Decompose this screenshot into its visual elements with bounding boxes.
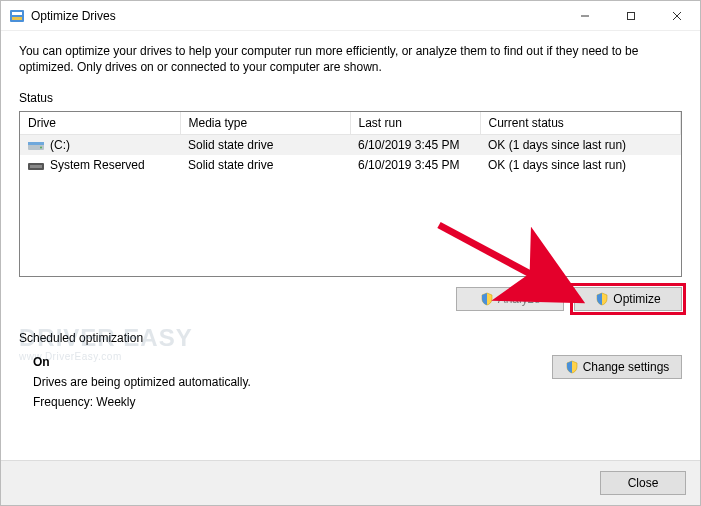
svg-rect-4	[628, 12, 635, 19]
drives-table: Drive Media type Last run Current status…	[19, 111, 682, 277]
svg-rect-0	[10, 10, 24, 22]
analyze-button[interactable]: Analyze	[456, 287, 564, 311]
shield-icon	[480, 292, 494, 306]
svg-rect-2	[12, 17, 22, 20]
optimize-button[interactable]: Optimize	[574, 287, 682, 311]
analyze-label: Analyze	[498, 292, 541, 306]
shield-icon	[565, 360, 579, 374]
drive-lastrun: 6/10/2019 3:45 PM	[350, 155, 480, 175]
close-button[interactable]: Close	[600, 471, 686, 495]
drive-media: Solid state drive	[180, 155, 350, 175]
minimize-button[interactable]	[562, 1, 608, 31]
drive-media: Solid state drive	[180, 135, 350, 156]
svg-rect-11	[30, 165, 42, 168]
description-text: You can optimize your drives to help you…	[19, 43, 682, 75]
partition-icon	[28, 159, 44, 171]
optimize-label: Optimize	[613, 292, 660, 306]
optimize-drives-window: Optimize Drives You can optimize your dr…	[0, 0, 701, 506]
scheduled-on: On	[33, 355, 540, 369]
svg-rect-1	[12, 12, 22, 15]
scheduled-desc: Drives are being optimized automatically…	[33, 375, 540, 389]
scheduled-optimization-section: Scheduled optimization On Drives are bei…	[19, 331, 682, 415]
table-header-row: Drive Media type Last run Current status	[20, 112, 681, 135]
change-settings-button[interactable]: Change settings	[552, 355, 682, 379]
table-row[interactable]: System Reserved Solid state drive 6/10/2…	[20, 155, 681, 175]
close-window-button[interactable]	[654, 1, 700, 31]
maximize-button[interactable]	[608, 1, 654, 31]
drive-name: System Reserved	[50, 158, 145, 172]
change-settings-label: Change settings	[583, 360, 670, 374]
col-status[interactable]: Current status	[480, 112, 681, 135]
table-row[interactable]: (C:) Solid state drive 6/10/2019 3:45 PM…	[20, 135, 681, 156]
col-lastrun[interactable]: Last run	[350, 112, 480, 135]
svg-point-9	[40, 147, 42, 149]
scheduled-label: Scheduled optimization	[19, 331, 682, 345]
drive-status: OK (1 days since last run)	[480, 155, 681, 175]
window-title: Optimize Drives	[31, 9, 116, 23]
drive-icon	[28, 139, 44, 151]
col-media[interactable]: Media type	[180, 112, 350, 135]
status-label: Status	[19, 91, 682, 105]
col-drive[interactable]: Drive	[20, 112, 180, 135]
svg-rect-8	[28, 142, 44, 145]
action-buttons: Analyze Optimize	[19, 287, 682, 311]
shield-icon	[595, 292, 609, 306]
content-area: You can optimize your drives to help you…	[1, 31, 700, 460]
app-icon	[9, 8, 25, 24]
drive-name: (C:)	[50, 138, 70, 152]
scheduled-freq: Frequency: Weekly	[33, 395, 540, 409]
drive-status: OK (1 days since last run)	[480, 135, 681, 156]
drive-lastrun: 6/10/2019 3:45 PM	[350, 135, 480, 156]
titlebar: Optimize Drives	[1, 1, 700, 31]
bottom-bar: Close	[1, 460, 700, 505]
